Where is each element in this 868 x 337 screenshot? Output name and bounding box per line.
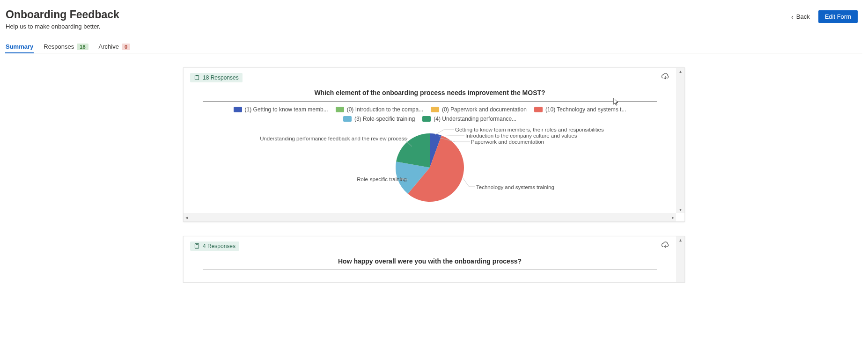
clipboard-icon <box>194 243 200 249</box>
responses-text: 18 Responses <box>203 74 239 81</box>
question-text: Which element of the onboarding process … <box>184 89 676 96</box>
card-header: 4 Responses <box>184 236 676 251</box>
back-label: Back <box>796 13 810 20</box>
download-cloud-icon <box>661 241 669 249</box>
page-header: Onboarding Feedback Help us to make onbo… <box>6 8 862 30</box>
content-area: ▴ ▾ ◂▸ 18 Responses Which element of the… <box>6 53 862 283</box>
title-block: Onboarding Feedback Help us to make onbo… <box>6 8 119 30</box>
callout-technology: Technology and systems training <box>476 184 554 190</box>
download-button[interactable] <box>661 73 669 82</box>
chart-legend: (1) Getting to know team memb...(0) Intr… <box>184 102 676 127</box>
header-actions: ‹ Back Edit Form <box>791 8 862 23</box>
page-title: Onboarding Feedback <box>6 8 119 21</box>
responses-badge: 4 Responses <box>190 242 239 251</box>
download-cloud-icon <box>661 73 669 81</box>
legend-swatch <box>431 107 439 112</box>
legend-label: (3) Role-specific training <box>354 116 415 122</box>
legend-item[interactable]: (0) Paperwork and documentation <box>431 106 527 113</box>
responses-count-badge: 18 <box>77 44 88 50</box>
tab-summary[interactable]: Summary <box>6 40 33 53</box>
responses-text: 4 Responses <box>203 243 235 249</box>
legend-label: (4) Understanding performance... <box>434 116 516 122</box>
divider <box>203 270 657 270</box>
legend-item[interactable]: (1) Getting to know team memb... <box>234 106 328 113</box>
legend-label: (10) Technology and systems t... <box>545 106 626 113</box>
legend-label: (0) Introduction to the compa... <box>347 106 423 113</box>
pie-chart: Getting to know team members, their role… <box>184 127 676 230</box>
legend-item[interactable]: (3) Role-specific training <box>343 116 415 122</box>
tab-label: Responses <box>44 43 74 50</box>
tabs: Summary Responses 18 Archive 0 <box>6 40 862 53</box>
edit-form-button[interactable]: Edit Form <box>818 10 858 23</box>
legend-swatch <box>343 116 352 122</box>
back-button[interactable]: ‹ Back <box>791 13 810 21</box>
callout-role-training: Role-specific training <box>357 176 407 182</box>
callout-paperwork: Paperwork and documentation <box>471 139 544 145</box>
legend-swatch <box>234 107 242 112</box>
tab-label: Archive <box>99 43 119 50</box>
legend-item[interactable]: (10) Technology and systems t... <box>534 106 626 113</box>
legend-item[interactable]: (4) Understanding performance... <box>422 116 516 122</box>
responses-badge: 18 Responses <box>190 73 243 82</box>
chevron-left-icon: ‹ <box>791 13 794 21</box>
pie-svg <box>396 133 464 202</box>
scrollbar-vertical[interactable]: ▴ ▾ <box>676 68 684 213</box>
legend-label: (0) Paperwork and documentation <box>442 106 527 113</box>
tab-label: Summary <box>6 43 33 50</box>
download-button[interactable] <box>661 241 669 251</box>
callout-company-culture: Introduction to the company culture and … <box>465 133 577 139</box>
question-card-2: ▴ 4 Responses How happy overall were you… <box>183 236 685 283</box>
legend-item[interactable]: (0) Introduction to the compa... <box>336 106 423 113</box>
tab-archive[interactable]: Archive 0 <box>99 40 130 53</box>
page-subtitle: Help us to make onboarding better. <box>6 23 119 30</box>
callout-team-members: Getting to know team members, their role… <box>455 127 604 132</box>
tab-responses[interactable]: Responses 18 <box>44 40 88 53</box>
legend-swatch <box>336 107 344 112</box>
scrollbar-vertical[interactable]: ▴ <box>676 236 684 282</box>
clipboard-icon <box>194 74 200 81</box>
legend-swatch <box>534 107 543 112</box>
card-header: 18 Responses <box>184 68 676 82</box>
legend-label: (1) Getting to know team memb... <box>245 106 328 113</box>
question-card-1: ▴ ▾ ◂▸ 18 Responses Which element of the… <box>183 67 685 222</box>
callout-performance: Understanding performance feedback and t… <box>260 136 407 141</box>
archive-count-badge: 0 <box>122 44 130 50</box>
legend-swatch <box>422 116 431 122</box>
question-text: How happy overall were you with the onbo… <box>184 257 676 265</box>
